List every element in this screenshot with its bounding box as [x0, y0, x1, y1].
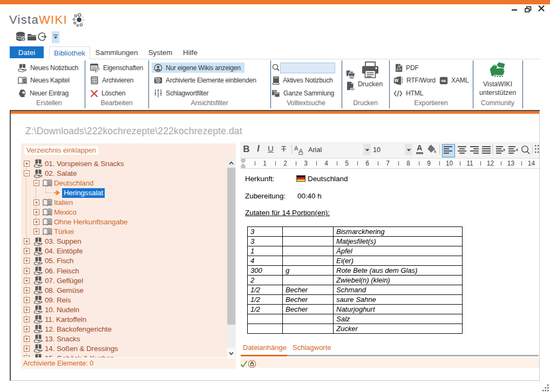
svg-text:W: W [394, 78, 398, 83]
svg-text:XML: XML [441, 79, 446, 82]
